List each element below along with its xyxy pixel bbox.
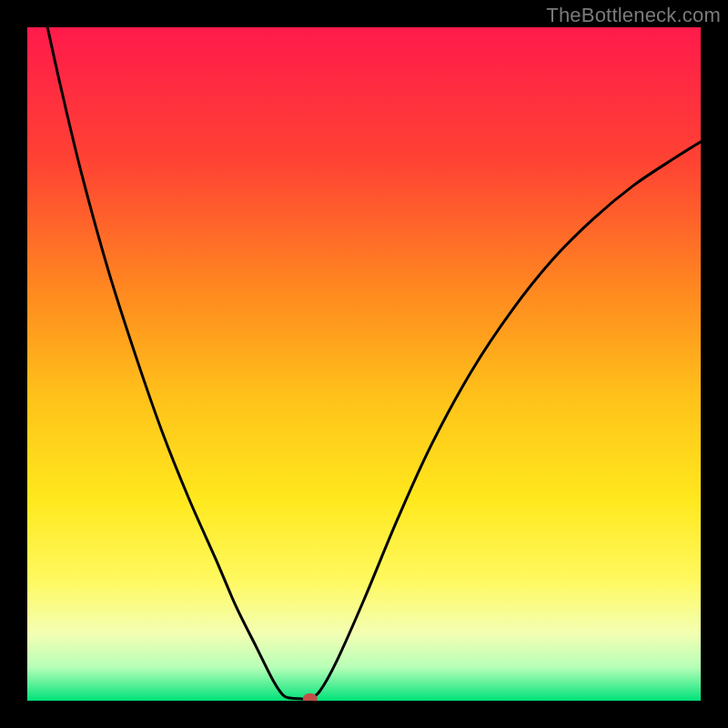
bottleneck-chart — [0, 0, 728, 728]
chart-frame: TheBottleneck.com — [0, 0, 728, 728]
optimal-point-marker — [303, 693, 318, 704]
watermark-text: TheBottleneck.com — [546, 4, 721, 27]
